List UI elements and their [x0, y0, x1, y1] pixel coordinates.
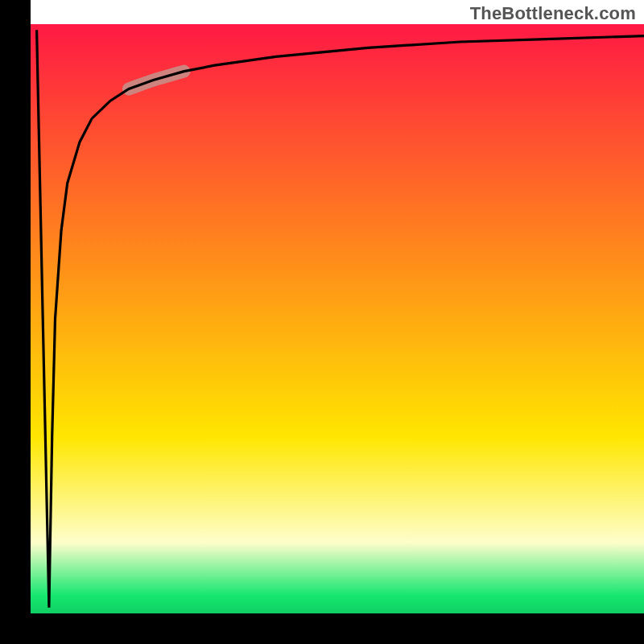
chart-stage: TheBottleneck.com	[0, 0, 644, 644]
x-axis-band	[0, 613, 644, 644]
bottleneck-chart	[0, 0, 644, 644]
plot-background	[31, 24, 644, 613]
y-axis-band	[0, 0, 31, 613]
attribution-text: TheBottleneck.com	[470, 3, 636, 24]
